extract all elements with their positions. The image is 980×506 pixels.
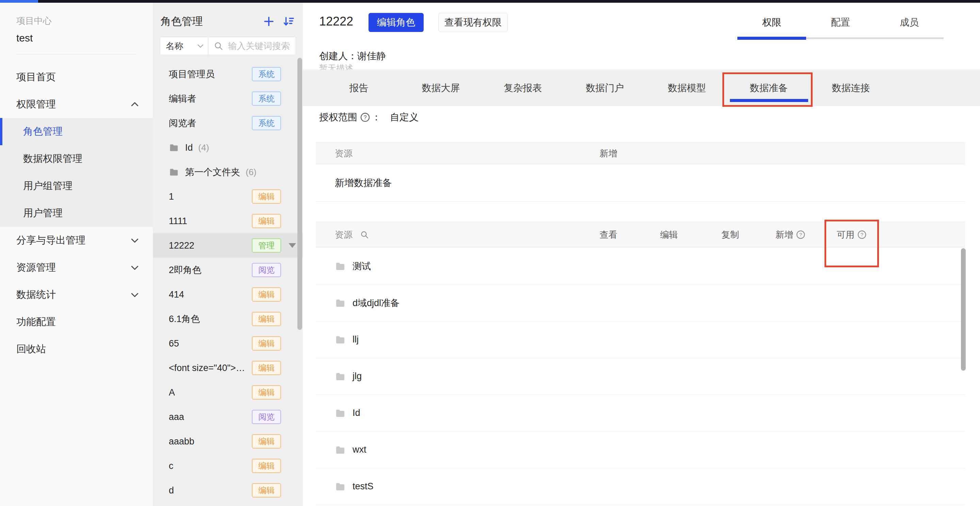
sidebar-item[interactable]: 数据统计 xyxy=(0,281,153,308)
resource-tab[interactable]: 数据大屏 xyxy=(400,70,482,106)
creator-line: 创建人：谢佳静 xyxy=(319,50,386,63)
role-list-item[interactable]: aaabb编辑 xyxy=(153,429,303,454)
sidebar-item[interactable]: 数据权限管理 xyxy=(0,145,153,173)
role-list-item[interactable]: 6.1角色编辑 xyxy=(153,307,303,331)
table-row[interactable]: Id xyxy=(316,395,965,431)
chevron-down-icon xyxy=(130,235,140,246)
role-list-item[interactable]: 编辑者系统 xyxy=(153,86,303,111)
folder-icon xyxy=(169,167,179,177)
table-row[interactable]: testS xyxy=(316,468,965,505)
role-name: 1111 xyxy=(169,216,187,227)
role-badge: 系统 xyxy=(252,67,281,81)
role-name: c xyxy=(169,461,173,471)
sidebar-item[interactable]: 分享与导出管理 xyxy=(0,227,153,254)
role-search-input[interactable] xyxy=(227,40,296,52)
tab-permissions[interactable]: 权限 xyxy=(737,13,806,32)
help-circle-icon[interactable]: ? xyxy=(796,230,805,240)
role-panel-title: 角色管理 xyxy=(161,14,263,29)
resource-tab[interactable]: 复杂报表 xyxy=(482,70,564,106)
resource-tab[interactable]: 报告 xyxy=(318,70,400,106)
role-list-item[interactable]: 第一个文件夹(6) xyxy=(153,160,303,184)
resource-tab[interactable]: 数据门户 xyxy=(564,70,646,106)
role-badge: 系统 xyxy=(252,92,281,106)
sidebar-item[interactable]: 用户管理 xyxy=(0,200,153,227)
sidebar-item[interactable]: 项目首页 xyxy=(0,63,153,91)
role-name: 65 xyxy=(169,338,179,349)
top-strip-blue-segment xyxy=(0,0,38,3)
sidebar-item-label: 分享与导出管理 xyxy=(16,234,130,247)
tab-members[interactable]: 成员 xyxy=(875,13,943,32)
role-name: aaa xyxy=(169,412,184,422)
svg-text:?: ? xyxy=(363,114,366,121)
detail-tabs-active-underline xyxy=(737,37,806,40)
role-list-item[interactable]: A编辑 xyxy=(153,380,303,404)
sidebar-item-label: 用户管理 xyxy=(23,206,63,220)
role-name: 编辑者 xyxy=(169,92,196,105)
folder-icon xyxy=(335,261,346,272)
sidebar-item[interactable]: 回收站 xyxy=(0,336,153,363)
role-list-item[interactable]: 65编辑 xyxy=(153,331,303,356)
perm-column-header: 查看 xyxy=(581,229,636,241)
sidebar-item-label: 功能配置 xyxy=(16,315,140,329)
folder-icon xyxy=(335,298,346,308)
role-list-item[interactable]: c编辑 xyxy=(153,454,303,478)
view-existing-permissions-button[interactable]: 查看现有权限 xyxy=(438,13,508,32)
table-row[interactable]: llj xyxy=(316,321,965,358)
resource-tab-label: 报告 xyxy=(350,82,369,95)
sidebar-item[interactable]: 用户组管理 xyxy=(0,173,153,200)
role-list-item[interactable]: 414编辑 xyxy=(153,282,303,307)
content-scrollbar[interactable] xyxy=(961,248,966,371)
role-list-item[interactable]: 1编辑 xyxy=(153,184,303,209)
folder-icon xyxy=(335,371,346,382)
help-circle-icon[interactable]: ? xyxy=(360,112,370,122)
help-circle-icon[interactable]: ? xyxy=(857,230,867,240)
edit-role-button[interactable]: 编辑角色 xyxy=(369,13,424,32)
resource-tab[interactable]: 数据准备 xyxy=(728,70,810,106)
resource-tab[interactable]: 数据连接 xyxy=(810,70,892,106)
sidebar-item-label: 数据统计 xyxy=(16,288,130,301)
role-list-item[interactable]: 项目管理员系统 xyxy=(153,62,303,86)
perm-column-header: 编辑 xyxy=(642,229,696,241)
role-list-item[interactable]: <font size="40">…编辑 xyxy=(153,356,303,380)
sidebar-item[interactable]: 资源管理 xyxy=(0,254,153,281)
role-list-item[interactable]: 2即角色阅览 xyxy=(153,258,303,282)
perm-column-header: 可用? xyxy=(824,229,879,241)
add-role-button[interactable] xyxy=(263,15,275,27)
search-icon[interactable] xyxy=(360,230,369,239)
sort-icon[interactable] xyxy=(282,15,295,27)
project-name[interactable]: test xyxy=(16,32,153,44)
sidebar-item[interactable]: 功能配置 xyxy=(0,308,153,336)
perm-column-label: 新增 xyxy=(775,229,793,241)
role-list-item[interactable]: d编辑 xyxy=(153,478,303,503)
role-badge: 管理 xyxy=(252,238,281,253)
role-list-item[interactable]: 12222管理 xyxy=(153,233,303,258)
role-badge: 系统 xyxy=(252,116,281,130)
svg-text:?: ? xyxy=(799,232,802,237)
tab-config[interactable]: 配置 xyxy=(806,13,875,32)
role-list-item[interactable]: 1111编辑 xyxy=(153,209,303,233)
role-badge: 编辑 xyxy=(252,336,281,351)
folder-icon xyxy=(335,334,346,345)
svg-text:?: ? xyxy=(861,232,863,237)
add-table-row[interactable]: 新增数据准备 xyxy=(316,164,965,201)
table-row[interactable]: jlg xyxy=(316,358,965,395)
role-name: 6.1角色 xyxy=(169,313,200,325)
role-list-item[interactable]: 阅览者系统 xyxy=(153,111,303,135)
table-row[interactable]: 测试 xyxy=(316,248,965,285)
role-list-item[interactable]: aaa阅览 xyxy=(153,404,303,429)
detail-tab-cells: 权限配置成员 xyxy=(737,13,943,32)
table-row[interactable]: d域djdl准备 xyxy=(316,285,965,321)
role-panel: 角色管理 名称 xyxy=(153,3,303,506)
sidebar-item-label: 数据权限管理 xyxy=(23,152,82,166)
search-field-select[interactable]: 名称 xyxy=(160,37,208,55)
resource-tab[interactable]: 数据模型 xyxy=(646,70,728,106)
role-list-scrollbar[interactable] xyxy=(298,58,302,330)
sidebar-item[interactable]: 权限管理 xyxy=(0,91,153,118)
folder-icon xyxy=(335,408,346,419)
table-row[interactable]: wxt xyxy=(316,431,965,468)
chevron-up-icon xyxy=(130,99,140,109)
caret-down-icon[interactable] xyxy=(288,243,296,248)
resource-tab-label: 数据门户 xyxy=(586,82,624,95)
sidebar-item[interactable]: 角色管理 xyxy=(0,118,153,145)
role-list-item[interactable]: Id(4) xyxy=(153,135,303,160)
